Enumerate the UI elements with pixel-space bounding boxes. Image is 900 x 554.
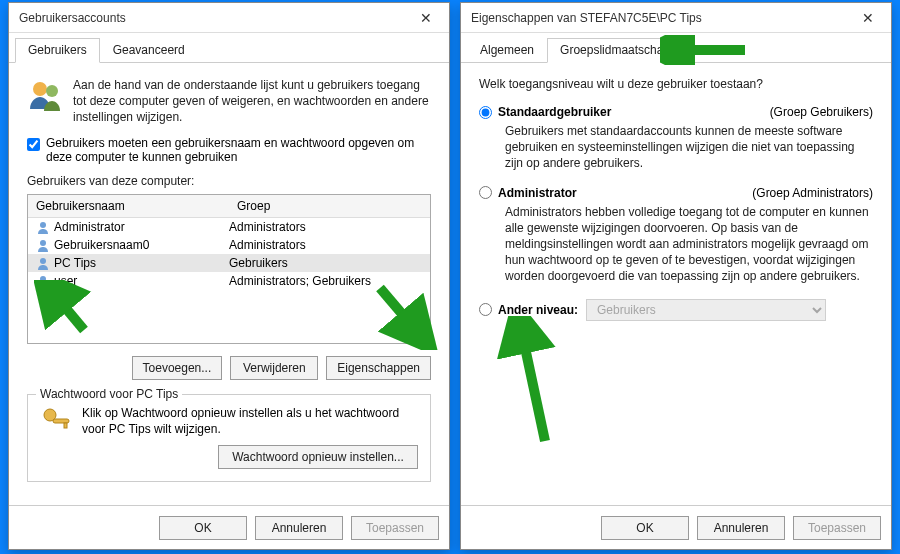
svg-rect-8	[64, 423, 67, 428]
dialog-footer: OK Annuleren Toepassen	[9, 505, 449, 549]
cancel-button[interactable]: Annuleren	[255, 516, 343, 540]
svg-point-5	[40, 276, 46, 282]
administrator-hint: (Groep Administrators)	[752, 186, 873, 200]
tab-general[interactable]: Algemeen	[467, 38, 547, 63]
tab-users[interactable]: Gebruikers	[15, 38, 100, 63]
window-title: Gebruikersaccounts	[19, 11, 126, 25]
svg-point-1	[46, 85, 58, 97]
administrator-label: Administrator	[498, 186, 577, 200]
tab-bar: Algemeen Groepslidmaatschap	[461, 37, 891, 63]
tab-bar: Gebruikers Geavanceerd	[9, 37, 449, 63]
tab-advanced[interactable]: Geavanceerd	[100, 38, 198, 63]
properties-button[interactable]: Eigenschappen	[326, 356, 431, 380]
reset-password-button[interactable]: Wachtwoord opnieuw instellen...	[218, 445, 418, 469]
password-fieldset: Wachtwoord voor PC Tips Klik op Wachtwoo…	[27, 394, 431, 482]
ok-button[interactable]: OK	[601, 516, 689, 540]
require-password-label: Gebruikers moeten een gebruikersnaam en …	[46, 136, 431, 164]
standard-user-hint: (Groep Gebruikers)	[770, 105, 873, 119]
password-text: Klik op Wachtwoord opnieuw instellen als…	[82, 405, 418, 437]
titlebar[interactable]: Eigenschappen van STEFAN7C5E\PC Tips ✕	[461, 3, 891, 33]
close-icon[interactable]: ✕	[845, 3, 891, 33]
user-icon	[36, 238, 50, 252]
other-level-label: Ander niveau:	[498, 303, 578, 317]
cancel-button[interactable]: Annuleren	[697, 516, 785, 540]
access-level-question: Welk toegangsniveau wilt u deze gebruike…	[479, 77, 873, 91]
list-item[interactable]: user Administrators; Gebruikers	[28, 272, 430, 290]
list-header: Gebruikersnaam Groep	[28, 195, 430, 218]
standard-user-radio[interactable]	[479, 106, 492, 119]
intro-text: Aan de hand van de onderstaande lijst ku…	[73, 77, 431, 126]
tab-membership[interactable]: Groepslidmaatschap	[547, 38, 683, 63]
other-level-select[interactable]: Gebruikers	[586, 299, 826, 321]
list-item[interactable]: Gebruikersnaam0 Administrators	[28, 236, 430, 254]
user-icon	[36, 256, 50, 270]
apply-button[interactable]: Toepassen	[793, 516, 881, 540]
ok-button[interactable]: OK	[159, 516, 247, 540]
users-list-label: Gebruikers van deze computer:	[27, 174, 431, 188]
user-properties-window: Eigenschappen van STEFAN7C5E\PC Tips ✕ A…	[460, 2, 892, 550]
header-username[interactable]: Gebruikersnaam	[28, 195, 229, 217]
user-accounts-window: Gebruikersaccounts ✕ Gebruikers Geavance…	[8, 2, 450, 550]
user-icon	[36, 220, 50, 234]
list-item[interactable]: PC Tips Gebruikers	[28, 254, 430, 272]
close-icon[interactable]: ✕	[403, 3, 449, 33]
password-legend: Wachtwoord voor PC Tips	[36, 387, 182, 401]
titlebar[interactable]: Gebruikersaccounts ✕	[9, 3, 449, 33]
standard-user-label: Standaardgebruiker	[498, 105, 611, 119]
svg-rect-7	[53, 419, 69, 423]
other-level-radio[interactable]	[479, 303, 492, 316]
svg-point-4	[40, 258, 46, 264]
add-button[interactable]: Toevoegen...	[132, 356, 223, 380]
svg-point-3	[40, 240, 46, 246]
svg-point-0	[33, 82, 47, 96]
standard-user-description: Gebruikers met standaardaccounts kunnen …	[505, 123, 873, 172]
key-icon	[40, 405, 72, 437]
require-password-checkbox[interactable]	[27, 138, 40, 151]
users-list[interactable]: Gebruikersnaam Groep Administrator Admin…	[27, 194, 431, 344]
users-icon	[27, 77, 63, 113]
list-item[interactable]: Administrator Administrators	[28, 218, 430, 236]
user-icon	[36, 274, 50, 288]
dialog-footer: OK Annuleren Toepassen	[461, 505, 891, 549]
remove-button[interactable]: Verwijderen	[230, 356, 318, 380]
svg-point-2	[40, 222, 46, 228]
administrator-radio[interactable]	[479, 186, 492, 199]
window-title: Eigenschappen van STEFAN7C5E\PC Tips	[471, 11, 702, 25]
administrator-description: Administrators hebben volledige toegang …	[505, 204, 873, 285]
apply-button[interactable]: Toepassen	[351, 516, 439, 540]
header-group[interactable]: Groep	[229, 195, 430, 217]
